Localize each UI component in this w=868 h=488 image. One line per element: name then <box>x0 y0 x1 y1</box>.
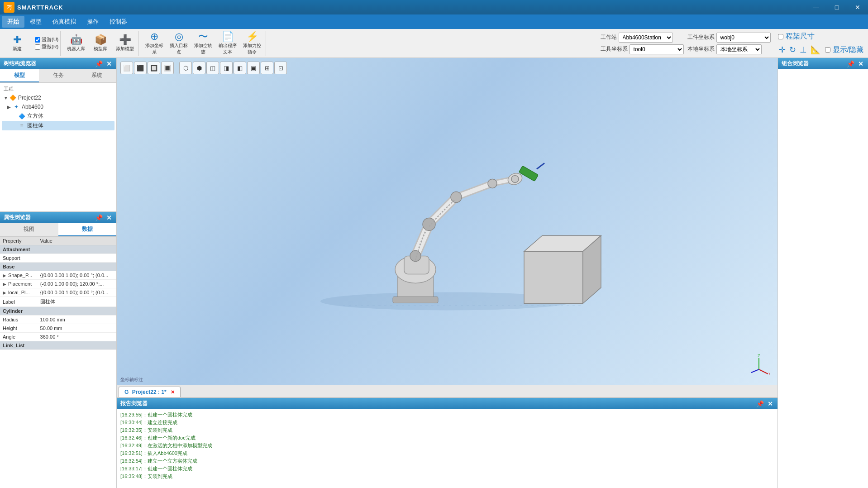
toolbar-rotate-icon[interactable]: ↻ <box>788 44 797 56</box>
add-path-button[interactable]: 〜 添加空轨迹 <box>191 32 215 55</box>
abb4600-label: Abb4600 <box>22 104 43 110</box>
frame-size-input[interactable] <box>778 34 783 39</box>
viewport[interactable]: ⬜ ⬛ 🔲 🔳 ⬡ ⬢ ◫ ◨ ◧ ▣ ⊞ ⊡ <box>117 58 777 385</box>
menubar: 开始 模型 仿真模拟 操作 控制器 <box>0 14 868 29</box>
attr-property-label: Label <box>0 297 38 307</box>
gravity-check[interactable] <box>35 44 40 50</box>
vp-btn10[interactable]: ▣ <box>247 62 260 74</box>
pan-check[interactable] <box>35 37 40 43</box>
report-browser-pin[interactable]: 📌 <box>755 400 765 407</box>
vp-top-btn[interactable]: 🔲 <box>148 62 160 74</box>
combo-browser: 组合浏览器 📌 ✕ <box>778 58 868 488</box>
combo-browser-pin[interactable]: 📌 <box>846 60 855 67</box>
struct-browser-pin[interactable]: 📌 <box>94 60 104 67</box>
insert-target-button[interactable]: ◎ 插入目标点 <box>167 32 191 55</box>
app-name: SMARTTRACK <box>17 4 63 11</box>
menu-controller[interactable]: 控制器 <box>104 16 133 28</box>
toolbar-measure-icon[interactable]: 📐 <box>810 44 821 56</box>
export-prog-button[interactable]: 📄 输出程序文本 <box>216 32 239 55</box>
combo-browser-close[interactable]: ✕ <box>857 60 864 67</box>
joint-2 <box>423 218 435 230</box>
maximize-button[interactable]: □ <box>826 0 847 14</box>
pan-checkbox[interactable]: 漫游(U) <box>35 36 58 43</box>
report-browser-close[interactable]: ✕ <box>767 400 774 407</box>
placement-expand-icon[interactable]: ▶ <box>3 282 6 287</box>
abb4600-expand[interactable]: ▶ <box>7 105 13 110</box>
tab-system[interactable]: 系统 <box>77 69 116 82</box>
tab-model[interactable]: 模型 <box>0 69 39 82</box>
work-coord-label: 工件坐标系 <box>687 33 715 41</box>
attr-browser-close[interactable]: ✕ <box>105 214 113 221</box>
project22-icon: 🔶 <box>9 94 16 101</box>
shapep-expand-icon[interactable]: ▶ <box>3 273 6 278</box>
vp-back-btn[interactable]: ⬛ <box>134 62 147 74</box>
tab-project22[interactable]: G Project22 : 1* ✕ <box>119 387 181 397</box>
new-icon: ✚ <box>13 35 21 45</box>
attr-tab-view[interactable]: 视图 <box>0 223 58 236</box>
attr-value-height: 50.00 mm <box>38 324 116 333</box>
gravity-checkbox[interactable]: 重做(R) <box>35 43 58 50</box>
menu-simulation[interactable]: 仿真模拟 <box>47 16 81 28</box>
tree-item-cube[interactable]: 🔷 立方体 <box>2 111 114 121</box>
add-coord-icon: ⊕ <box>150 32 158 42</box>
tree-item-cylinder[interactable]: ≡ 圆柱体 <box>2 121 114 130</box>
attr-property-support: Support <box>0 254 38 263</box>
toolbar-plus-icon[interactable]: ✛ <box>778 44 787 56</box>
robots-button[interactable]: 🤖 机器人库 <box>64 32 88 55</box>
vp-persp-btn[interactable]: 🔳 <box>161 62 174 74</box>
attr-row-label: Label 圆柱体 <box>0 297 116 307</box>
combo-browser-header: 组合浏览器 📌 ✕ <box>778 58 868 69</box>
vp-btn12[interactable]: ⊡ <box>274 62 287 74</box>
robot-upper-arm-inner <box>456 183 492 197</box>
work-coord-field: 工件坐标系 wobj0 <box>687 33 771 43</box>
struct-browser-close[interactable]: ✕ <box>105 60 113 67</box>
minimize-button[interactable]: — <box>806 0 826 14</box>
tab-close-btn[interactable]: ✕ <box>171 389 175 395</box>
z-axis-label: Z <box>758 354 760 358</box>
vp-btn11[interactable]: ⊞ <box>261 62 273 74</box>
menu-model[interactable]: 模型 <box>24 16 47 28</box>
menu-start[interactable]: 开始 <box>2 16 24 28</box>
vp-btn8[interactable]: ◨ <box>220 62 233 74</box>
vp-btn9[interactable]: ◧ <box>234 62 246 74</box>
add-model-button[interactable]: ➕ 添加模型 <box>113 32 137 55</box>
report-line-4: [16:32:46]：创建一个新的doc完成 <box>120 434 774 442</box>
add-force-button[interactable]: ⚡ 添加力控指令 <box>240 32 264 55</box>
vp-btn7[interactable]: ◫ <box>206 62 219 74</box>
struct-browser-header: 树结构流览器 📌 ✕ <box>0 58 116 69</box>
show-hide-input[interactable] <box>825 47 830 53</box>
attr-property-shapep: ▶ Shape_P... <box>0 271 38 280</box>
tab-task[interactable]: 任务 <box>39 69 78 82</box>
menu-operation[interactable]: 操作 <box>81 16 104 28</box>
vp-btn6[interactable]: ⬢ <box>193 62 205 74</box>
attr-section-base: Base <box>0 263 116 271</box>
local-pl-expand-icon[interactable]: ▶ <box>3 290 6 295</box>
close-button[interactable]: ✕ <box>847 0 868 14</box>
attr-browser: 属性浏览器 📌 ✕ 视图 数据 Property Value <box>0 212 116 488</box>
tree-item-abb4600[interactable]: ▶ ✦ Abb4600 <box>2 102 114 111</box>
show-hide-check[interactable]: 显示/隐藏 <box>825 44 864 56</box>
add-path-icon: 〜 <box>198 32 208 42</box>
attr-tab-data[interactable]: 数据 <box>58 223 117 236</box>
toolbar-align-icon[interactable]: ⊥ <box>799 44 808 56</box>
models-button[interactable]: 📦 模型库 <box>89 32 112 55</box>
vp-front-btn[interactable]: ⬜ <box>120 62 133 74</box>
struct-browser-actions: 📌 ✕ <box>94 60 113 67</box>
local-coord-select[interactable]: 本地坐标系 <box>716 44 762 54</box>
frame-size-check[interactable]: 程架尺寸 <box>778 31 816 42</box>
toolbar-actions-top: 程架尺寸 <box>778 31 864 42</box>
workstation-select[interactable]: Abb4600Station <box>619 33 673 43</box>
attr-row-height: Height 50.00 mm <box>0 324 116 333</box>
attr-browser-pin[interactable]: 📌 <box>94 214 104 221</box>
tool-coord-select[interactable]: tool0 <box>630 44 684 54</box>
report-line-2: [16:30:44]：建立连接完成 <box>120 419 774 426</box>
vp-btn5[interactable]: ⬡ <box>179 62 192 74</box>
report-browser-actions: 📌 ✕ <box>755 400 774 407</box>
app-logo: 巧 <box>4 2 14 13</box>
new-button[interactable]: ✚ 新建 <box>5 32 29 55</box>
project22-expand[interactable]: ▼ <box>4 96 9 100</box>
attr-value-local-pl: {(0.00 0.00 1.00); 0.00 °; (0.0... <box>38 288 116 297</box>
work-coord-select[interactable]: wobj0 <box>716 33 771 43</box>
add-coord-button[interactable]: ⊕ 添加坐标系 <box>143 32 166 55</box>
tree-item-project22[interactable]: ▼ 🔶 Project22 <box>2 93 114 102</box>
